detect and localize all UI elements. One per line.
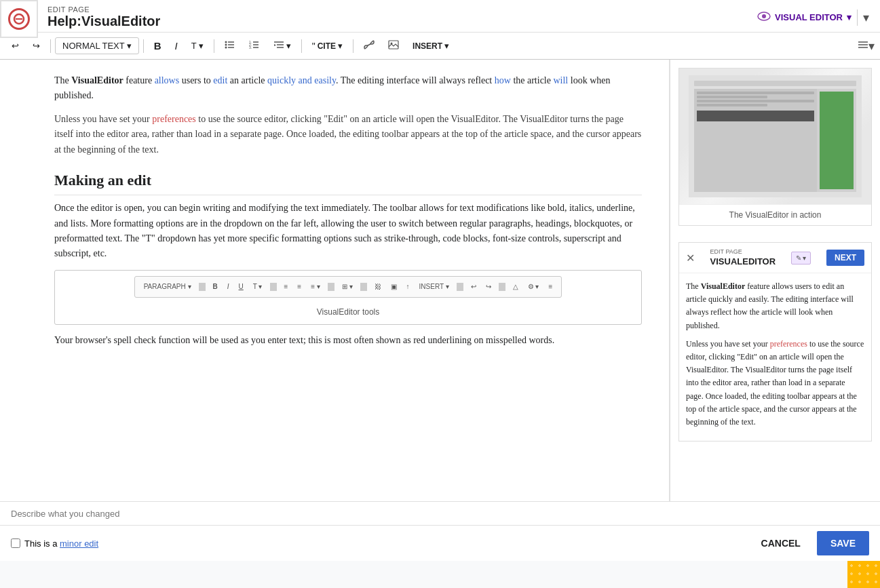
toolbar-divider-1 <box>50 39 51 53</box>
mini-toolbar-display: PARAGRAPH ▾ B I U T ▾ ≡ ≡ ≡ ▾ ⊞ ▾ ⛓ ▣ ↑ <box>134 276 562 298</box>
visual-editor-icon <box>757 12 771 23</box>
text-style-arrow: ▾ <box>127 41 132 51</box>
minor-edit-section: This is a minor edit <box>11 538 98 549</box>
img-line-2 <box>697 96 767 98</box>
main-content: The VisualEditor feature allows users to… <box>0 60 880 501</box>
insert-button[interactable]: INSERT ▾ <box>406 37 455 54</box>
article-content: The VisualEditor feature allows users to… <box>54 73 642 348</box>
bottom-bar: This is a minor edit CANCEL SAVE <box>0 501 880 561</box>
header-divider <box>857 9 858 26</box>
chevron-down-icon: ▾ <box>863 11 869 24</box>
toolbar-divider-3 <box>214 39 214 53</box>
action-buttons: CANCEL SAVE <box>750 531 869 555</box>
img-content-left <box>694 89 817 192</box>
image-inner <box>689 75 862 197</box>
paragraph-2: Unless you have set your preferences to … <box>54 112 642 157</box>
bold-icon: B <box>154 40 161 52</box>
dropdown-arrow: ▾ <box>847 12 852 22</box>
img-content-sim <box>694 89 856 192</box>
making-an-edit-heading: Making an edit <box>54 168 642 195</box>
mini-editor-close-button[interactable]: ✕ <box>686 252 695 264</box>
mini-editor-header: ✕ EDIT PAGE VISUALEDITOR ✎ ▾ NEXT <box>679 243 871 273</box>
img-toolbar-sim <box>694 81 856 86</box>
mini-para-1: The VisualEditor feature allows users to… <box>686 280 864 332</box>
minor-edit-label: This is a minor edit <box>24 538 98 549</box>
mini-editor-tools: ✎ ▾ <box>791 252 811 264</box>
header: EDIT PAGE Help:VisualEditor VISUAL EDITO… <box>0 0 880 33</box>
header-left: EDIT PAGE Help:VisualEditor <box>47 5 160 29</box>
text-size-arrow: ▾ <box>199 41 204 51</box>
link-icon <box>364 40 375 52</box>
indent-arrow: ▾ <box>286 41 291 51</box>
minor-edit-checkbox[interactable] <box>11 538 20 548</box>
img-content-right <box>820 92 854 189</box>
img-line-3 <box>697 100 814 102</box>
svg-point-8 <box>225 47 227 49</box>
undo-button[interactable]: ↩ <box>5 37 25 54</box>
mini-editor-next-button[interactable]: NEXT <box>826 250 864 266</box>
numbered-list-button[interactable]: 1. 2. 3. <box>243 37 266 55</box>
redo-button[interactable]: ↪ <box>26 37 46 54</box>
app-icon <box>0 0 38 38</box>
toolbar-menu-button[interactable]: ▾ <box>858 39 875 54</box>
text-size-dropdown[interactable]: T ▾ <box>185 37 210 54</box>
app-icon-inner <box>8 8 30 30</box>
menu-icon <box>858 39 868 53</box>
svg-point-6 <box>225 44 227 46</box>
right-panel: The VisualEditor in action ✕ EDIT PAGE V… <box>670 60 880 501</box>
mini-editor-ve-title: VISUALEDITOR <box>710 256 776 267</box>
describe-changes-input[interactable] <box>11 509 869 519</box>
media-button[interactable] <box>382 37 405 55</box>
indent-button[interactable]: ▾ <box>267 37 297 55</box>
image-card: The VisualEditor in action <box>678 68 872 226</box>
mini-para-2: Unless you have set your preferences to … <box>686 338 864 429</box>
cancel-button[interactable]: CANCEL <box>750 532 811 554</box>
mini-editor-card: ✕ EDIT PAGE VISUALEDITOR ✎ ▾ NEXT The Vi… <box>678 242 872 442</box>
header-right: VISUAL EDITOR ▾ ▾ <box>757 9 869 26</box>
paragraph-1: The VisualEditor feature allows users to… <box>54 73 642 104</box>
redo-icon: ↪ <box>33 41 40 51</box>
italic-icon: I <box>175 40 178 52</box>
mini-editor-content[interactable]: The VisualEditor feature allows users to… <box>679 273 871 441</box>
bullet-list-button[interactable] <box>218 37 242 55</box>
svg-text:3.: 3. <box>249 45 252 50</box>
describe-row <box>0 502 880 526</box>
visual-editor-button[interactable]: VISUAL EDITOR ▾ <box>757 12 852 23</box>
cite-arrow: ▾ <box>338 41 343 51</box>
minor-edit-text: This is a <box>24 538 60 549</box>
svg-point-3 <box>762 14 766 18</box>
toolbar-divider-5 <box>353 39 353 53</box>
bullet-list-icon <box>225 40 235 52</box>
italic-button[interactable]: I <box>169 37 184 55</box>
minor-edit-link[interactable]: minor edit <box>60 538 98 549</box>
toolbar-illustration: PARAGRAPH ▾ B I U T ▾ ≡ ≡ ≡ ▾ ⊞ ▾ ⛓ ▣ ↑ <box>54 270 642 325</box>
img-bottom-bar <box>697 111 814 121</box>
actions-row: This is a minor edit CANCEL SAVE <box>0 526 880 561</box>
mini-tool-pencil[interactable]: ✎ ▾ <box>791 252 811 264</box>
visual-editor-label: VISUAL EDITOR <box>775 12 843 22</box>
text-size-label: T <box>191 41 197 51</box>
save-button[interactable]: SAVE <box>817 531 869 555</box>
numbered-list-icon: 1. 2. 3. <box>249 40 260 52</box>
image-placeholder <box>679 68 871 204</box>
svg-point-4 <box>225 41 227 43</box>
bold-button[interactable]: B <box>148 37 168 55</box>
toolbar-divider-2 <box>143 39 144 53</box>
cite-button[interactable]: " CITE ▾ <box>306 37 349 55</box>
header-chevron-button[interactable]: ▾ <box>863 10 869 25</box>
paragraph-3: Once the editor is open, you can begin w… <box>54 201 642 262</box>
editor-toolbar: ↩ ↪ NORMAL TEXT ▾ B I T ▾ <box>0 33 880 60</box>
paragraph-4: Your browser's spell check function will… <box>54 333 642 348</box>
insert-arrow: ▾ <box>444 41 449 51</box>
pencil-icon: ✎ ▾ <box>796 254 807 262</box>
cite-label: CITE <box>318 41 336 51</box>
text-style-dropdown[interactable]: NORMAL TEXT ▾ <box>55 37 139 54</box>
link-button[interactable] <box>358 37 381 55</box>
img-line-1 <box>697 92 814 94</box>
toolbar-caption: VisualEditor tools <box>317 306 380 319</box>
menu-arrow: ▾ <box>868 39 875 54</box>
mini-edit-page-label: EDIT PAGE <box>710 248 776 255</box>
page-title: Help:VisualEditor <box>47 14 160 29</box>
editor-area[interactable]: The VisualEditor feature allows users to… <box>0 60 670 501</box>
toolbar-divider-4 <box>301 39 302 53</box>
